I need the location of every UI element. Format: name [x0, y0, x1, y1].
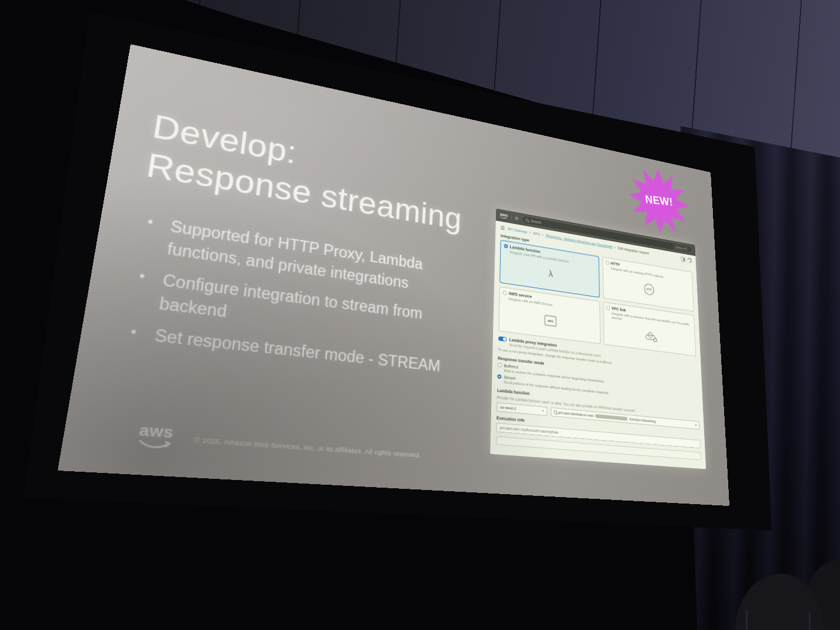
clear-input-icon[interactable]: ×	[695, 423, 697, 428]
radio-icon[interactable]	[605, 261, 609, 265]
services-grid-icon[interactable]	[515, 216, 518, 220]
conference-room-photo: Develop: Response streaming • Supported …	[0, 0, 840, 630]
radio-selected-icon[interactable]	[504, 244, 508, 249]
card-vpc-link[interactable]: VPC link Integrate with a resource that …	[603, 302, 696, 356]
search-icon	[525, 218, 528, 222]
lambda-icon: λ	[549, 268, 554, 280]
new-badge-label: NEW!	[645, 193, 674, 209]
arn-prefix: arn:aws:lambda:us-wes	[558, 410, 594, 418]
bullet-list: • Supported for HTTP Proxy, Lambda funct…	[127, 212, 474, 388]
copyright-text: © 2025, Amazon Web Services, Inc. or its…	[194, 435, 421, 459]
radio-selected-icon[interactable]	[498, 374, 502, 379]
radio-icon[interactable]	[606, 306, 610, 310]
breadcrumb-api-gateway[interactable]: API Gateway	[508, 226, 527, 234]
console-content: API Gateway > APIs > Resources - bedrock…	[490, 221, 705, 465]
aws-service-icon: aws	[545, 315, 556, 326]
breadcrumb-separator: >	[542, 232, 544, 236]
region-select-value: us-west-1	[500, 405, 516, 411]
new-badge-starburst: NEW!	[628, 162, 690, 239]
radio-icon[interactable]	[498, 363, 502, 368]
hamburger-menu-icon[interactable]	[501, 226, 504, 229]
search-shortcut-hint: [Option+S]	[674, 245, 689, 252]
aws-logo: aws	[137, 424, 175, 450]
aws-logo[interactable]: aws	[500, 212, 508, 219]
arn-suffix: :function:streaming	[629, 416, 656, 424]
vpc-link-icon	[645, 334, 655, 341]
refresh-icon[interactable]	[686, 257, 692, 263]
slide-footer: aws © 2025, Amazon Web Services, Inc. or…	[137, 424, 422, 466]
search-icon	[554, 410, 556, 414]
console-screenshot: aws Search [Option+S]	[490, 208, 706, 469]
http-icon: HTTP	[644, 283, 654, 296]
breadcrumb-separator: >	[614, 245, 616, 249]
bullet-marker: •	[129, 321, 157, 348]
execution-role-value: arn:aws:iam::myAccount:role/myRole	[499, 425, 558, 435]
breadcrumb-separator: >	[529, 231, 531, 235]
radio-icon[interactable]	[503, 291, 507, 295]
side-panel-icon[interactable]	[681, 256, 685, 262]
breadcrumb-apis[interactable]: APIs	[533, 231, 540, 236]
lambda-proxy-toggle[interactable]	[498, 336, 506, 341]
navbar-divider	[511, 215, 512, 221]
redaction-blob	[595, 414, 628, 421]
search-placeholder: Search	[531, 219, 541, 225]
region-select[interactable]: us-west-1 ▼	[496, 402, 547, 416]
chevron-down-icon: ▼	[542, 409, 544, 412]
